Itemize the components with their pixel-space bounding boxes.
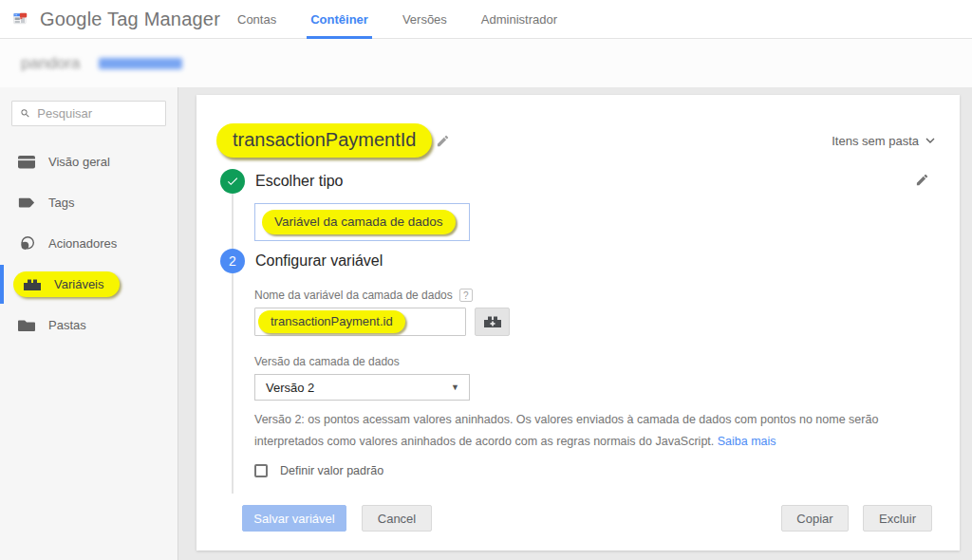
nav-tab-conteiner[interactable]: Contêiner <box>293 0 385 39</box>
top-nav: Contas Contêiner Versões Administrador <box>220 0 574 39</box>
highlight-annotation: Variáveis <box>13 271 120 297</box>
search-box[interactable] <box>11 101 166 126</box>
folder-dropdown[interactable]: Itens sem pasta <box>832 134 935 148</box>
sidebar-item-acionadores[interactable]: Acionadores <box>0 223 178 264</box>
version-description-text: Versão 2: os pontos acessam valores anin… <box>254 413 878 448</box>
sidebar-item-visao-geral[interactable]: Visão geral <box>0 141 178 182</box>
step2-heading: Configurar variável <box>255 252 383 270</box>
copy-button[interactable]: Copiar <box>781 505 849 532</box>
search-icon <box>20 107 30 120</box>
container-id-blurred[interactable] <box>99 58 182 69</box>
version-select[interactable]: Versão 2 ▼ <box>254 374 470 401</box>
overview-icon <box>17 156 36 169</box>
nav-tab-contas[interactable]: Contas <box>220 0 293 39</box>
cancel-button[interactable]: Cancel <box>362 505 432 532</box>
sidebar-item-label: Variáveis <box>54 277 104 291</box>
sidebar: Visão geral Tags Acionadores V <box>0 87 178 560</box>
selected-type-value: Variável da camada de dados <box>262 210 456 234</box>
trigger-icon <box>17 235 36 252</box>
sidebar-item-variaveis[interactable]: Variáveis <box>0 264 178 305</box>
gtm-logo-icon <box>13 6 31 32</box>
sidebar-item-label: Acionadores <box>48 236 117 251</box>
gtm-logo[interactable]: Google Tag Manager <box>0 6 220 32</box>
step-connector-line <box>232 194 234 494</box>
folder-dropdown-label: Itens sem pasta <box>832 134 919 148</box>
step2-number-badge: 2 <box>220 249 245 273</box>
sidebar-item-label: Visão geral <box>48 155 110 169</box>
version-select-value: Versão 2 <box>266 381 314 395</box>
edit-title-icon[interactable] <box>436 134 450 148</box>
edit-type-icon[interactable] <box>915 173 929 191</box>
step1-done-badge <box>220 169 245 194</box>
container-breadcrumb-bar: pandora <box>0 39 972 87</box>
tag-icon <box>17 196 36 209</box>
variable-editor-card: transactionPaymentId Itens sem pasta Esc… <box>196 95 960 551</box>
sidebar-item-tags[interactable]: Tags <box>0 182 178 223</box>
help-icon[interactable]: ? <box>459 289 473 302</box>
name-field-label: Nome da variável da camada de dados <box>254 289 453 302</box>
lego-brick-plus-icon <box>483 315 502 328</box>
default-value-option[interactable]: Definir valor padrão <box>254 464 960 477</box>
default-value-checkbox[interactable] <box>254 464 268 477</box>
sidebar-item-label: Pastas <box>48 318 86 332</box>
default-value-label: Definir valor padrão <box>280 464 383 477</box>
app-header: Google Tag Manager Contas Contêiner Vers… <box>0 0 972 39</box>
variable-icon <box>23 278 42 291</box>
checkmark-icon <box>226 175 239 188</box>
main-area: transactionPaymentId Itens sem pasta Esc… <box>178 87 972 560</box>
variable-title: transactionPaymentId <box>216 123 432 158</box>
sidebar-item-label: Tags <box>48 196 74 210</box>
selected-type-box[interactable]: Variável da camada de dados <box>254 203 470 241</box>
nav-tab-administrador[interactable]: Administrador <box>464 0 574 39</box>
version-field-label: Versão da camada de dados <box>254 355 400 368</box>
folder-icon <box>17 319 36 332</box>
search-input[interactable] <box>37 106 158 121</box>
learn-more-link[interactable]: Saiba mais <box>718 435 776 448</box>
save-variable-button[interactable]: Salvar variável <box>242 505 346 532</box>
variable-picker-button[interactable] <box>475 308 510 336</box>
version-description: Versão 2: os pontos acessam valores anin… <box>254 409 926 453</box>
delete-button[interactable]: Excluir <box>863 505 932 532</box>
variable-name-value: transactionPayment.id <box>258 310 405 333</box>
triangle-down-icon: ▼ <box>451 383 459 392</box>
account-name-blurred[interactable]: pandora <box>21 54 80 73</box>
nav-tab-versoes[interactable]: Versões <box>385 0 464 39</box>
app-title: Google Tag Manager <box>40 9 220 30</box>
step1-heading: Escolher tipo <box>255 173 344 190</box>
sidebar-item-pastas[interactable]: Pastas <box>0 305 178 345</box>
variable-name-input[interactable]: transactionPayment.id <box>254 308 466 336</box>
chevron-down-icon <box>925 138 935 143</box>
